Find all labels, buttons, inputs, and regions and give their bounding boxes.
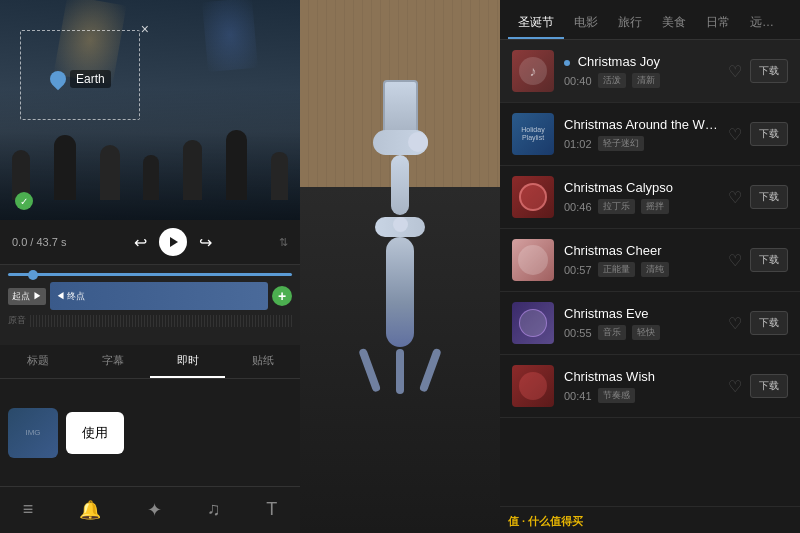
video-preview: Earth ✓ — [0, 0, 300, 220]
song-4-download-button[interactable]: 下载 — [750, 248, 788, 272]
song-1-title: Christmas Joy — [564, 54, 718, 69]
song-2-actions: ♡ 下载 — [728, 122, 788, 146]
cat-tab-more[interactable]: 远… — [740, 8, 784, 39]
song-3-info: Christmas Calypso 00:46 拉丁乐 摇拌 — [564, 180, 718, 214]
song-3-title: Christmas Calypso — [564, 180, 718, 195]
song-1-favorite-button[interactable]: ♡ — [728, 62, 742, 81]
use-button[interactable]: 使用 — [66, 412, 124, 454]
left-panel: Earth ✓ 0.0 / 43.7 s ↩ ↪ ⇅ 起点 ▶ ◀ 终点 + — [0, 0, 300, 533]
sticker-image: IMG — [8, 408, 58, 458]
edit-icon: ⇅ — [279, 236, 288, 249]
song-1-thumbnail: ♪ — [512, 50, 554, 92]
bottom-toolbar: 标题 字幕 即时 贴纸 IMG 使用 ≡ 🔔 ✦ ♫ T — [0, 345, 300, 533]
music-item-1[interactable]: ♪ Christmas Joy 00:40 活泼 清新 ♡ 下载 — [500, 40, 800, 103]
tab-sticker[interactable]: 贴纸 — [225, 345, 300, 378]
song-4-meta: 00:57 正能量 清纯 — [564, 262, 718, 277]
song-5-favorite-button[interactable]: ♡ — [728, 314, 742, 333]
song-4-title: Christmas Cheer — [564, 243, 718, 258]
song-1-tag-2: 清新 — [632, 73, 660, 88]
song-4-thumbnail — [512, 239, 554, 281]
cat-tab-travel[interactable]: 旅行 — [608, 8, 652, 39]
song-5-actions: ♡ 下载 — [728, 311, 788, 335]
song-4-duration: 00:57 — [564, 264, 592, 276]
audio-label: 原音 — [8, 314, 26, 327]
music-item-4[interactable]: Christmas Cheer 00:57 正能量 清纯 ♡ 下载 — [500, 229, 800, 292]
music-item-2[interactable]: Holiday Playlist Christmas Around the Wo… — [500, 103, 800, 166]
song-2-duration: 01:02 — [564, 138, 592, 150]
bell-icon[interactable]: 🔔 — [71, 495, 109, 525]
center-panel — [300, 0, 500, 533]
music-item-3[interactable]: Christmas Calypso 00:46 拉丁乐 摇拌 ♡ 下载 — [500, 166, 800, 229]
play-button[interactable] — [159, 228, 187, 256]
play-icon — [170, 237, 178, 247]
song-5-tag-2: 轻快 — [632, 325, 660, 340]
track-end-label: ◀ 终点 — [56, 290, 86, 303]
category-tabs: 圣诞节 电影 旅行 美食 日常 远… — [500, 0, 800, 40]
redo-button[interactable]: ↪ — [199, 233, 212, 252]
song-1-info: Christmas Joy 00:40 活泼 清新 — [564, 54, 718, 88]
music-item-5[interactable]: Christmas Eve 00:55 音乐 轻快 ♡ 下载 — [500, 292, 800, 355]
song-1-meta: 00:40 活泼 清新 — [564, 73, 718, 88]
tab-instant[interactable]: 即时 — [150, 345, 225, 378]
song-1-duration: 00:40 — [564, 75, 592, 87]
track-clip[interactable]: ◀ 终点 — [50, 282, 268, 310]
song-2-thumbnail: Holiday Playlist — [512, 113, 554, 155]
tab-title[interactable]: 标题 — [0, 345, 75, 378]
cat-tab-christmas[interactable]: 圣诞节 — [508, 8, 564, 39]
undo-button[interactable]: ↩ — [134, 233, 147, 252]
song-2-title: Christmas Around the World — [564, 117, 718, 132]
music-item-6[interactable]: Christmas Wish 00:41 节奏感 ♡ 下载 — [500, 355, 800, 418]
confirm-button[interactable]: ✓ — [15, 192, 33, 210]
cat-tab-food[interactable]: 美食 — [652, 8, 696, 39]
cat-tab-movie[interactable]: 电影 — [564, 8, 608, 39]
time-display: 0.0 / 43.7 s — [12, 236, 66, 248]
right-panel: 圣诞节 电影 旅行 美食 日常 远… ♪ Christmas Joy — [500, 0, 800, 533]
music-list: ♪ Christmas Joy 00:40 活泼 清新 ♡ 下载 — [500, 40, 800, 506]
song-4-tag-2: 清纯 — [641, 262, 669, 277]
song-4-info: Christmas Cheer 00:57 正能量 清纯 — [564, 243, 718, 277]
toolbar-tabs: 标题 字幕 即时 贴纸 — [0, 345, 300, 379]
song-2-favorite-button[interactable]: ♡ — [728, 125, 742, 144]
song-6-actions: ♡ 下载 — [728, 374, 788, 398]
song-5-tag-1: 音乐 — [598, 325, 626, 340]
audio-track: 原音 — [8, 314, 292, 327]
song-1-download-button[interactable]: 下载 — [750, 59, 788, 83]
song-2-download-button[interactable]: 下载 — [750, 122, 788, 146]
watermark: 值 · 什么值得买 — [508, 515, 583, 527]
song-4-actions: ♡ 下载 — [728, 248, 788, 272]
toolbar-content: IMG 使用 — [0, 379, 300, 486]
song-5-info: Christmas Eve 00:55 音乐 轻快 — [564, 306, 718, 340]
timeline-area: 起点 ▶ ◀ 终点 + 原音 — [0, 265, 300, 345]
star-icon[interactable]: ✦ — [139, 495, 170, 525]
song-3-thumbnail — [512, 176, 554, 218]
tab-subtitle[interactable]: 字幕 — [75, 345, 150, 378]
product-photo — [300, 0, 500, 533]
song-5-title: Christmas Eve — [564, 306, 718, 321]
adjust-icon[interactable]: ≡ — [15, 495, 42, 525]
song-3-favorite-button[interactable]: ♡ — [728, 188, 742, 207]
text-icon[interactable]: T — [258, 495, 285, 525]
song-1-actions: ♡ 下载 — [728, 59, 788, 83]
song-3-tag-1: 拉丁乐 — [598, 199, 635, 214]
sticker-thumbnail[interactable]: IMG — [8, 408, 58, 458]
song-6-title: Christmas Wish — [564, 369, 718, 384]
add-clip-button[interactable]: + — [272, 286, 292, 306]
song-3-tag-2: 摇拌 — [641, 199, 669, 214]
cat-tab-daily[interactable]: 日常 — [696, 8, 740, 39]
song-5-download-button[interactable]: 下载 — [750, 311, 788, 335]
song-5-thumbnail — [512, 302, 554, 344]
song-1-tag-1: 活泼 — [598, 73, 626, 88]
song-6-download-button[interactable]: 下载 — [750, 374, 788, 398]
track-start-label: 起点 ▶ — [8, 288, 46, 305]
location-label: Earth — [70, 70, 111, 88]
music-icon[interactable]: ♫ — [199, 495, 229, 525]
song-6-tag-1: 节奏感 — [598, 388, 635, 403]
location-pin: Earth — [50, 70, 111, 88]
timeline-track: 起点 ▶ ◀ 终点 + — [8, 282, 292, 310]
song-3-download-button[interactable]: 下载 — [750, 185, 788, 209]
song-2-tag-1: 轻子迷幻 — [598, 136, 644, 151]
song-6-duration: 00:41 — [564, 390, 592, 402]
song-6-favorite-button[interactable]: ♡ — [728, 377, 742, 396]
song-4-favorite-button[interactable]: ♡ — [728, 251, 742, 270]
song-6-meta: 00:41 节奏感 — [564, 388, 718, 403]
